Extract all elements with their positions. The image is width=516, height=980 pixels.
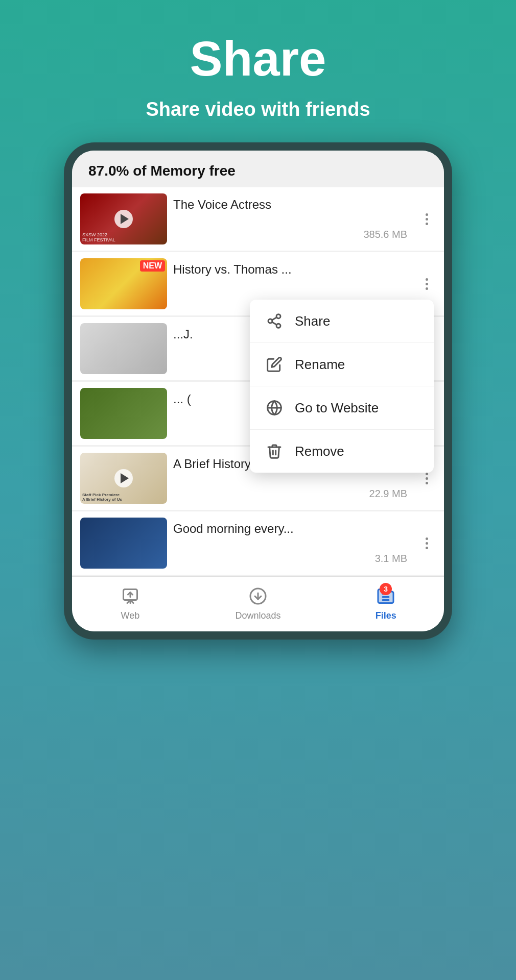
globe-icon [264, 398, 285, 418]
files-icon: 3 [374, 585, 397, 607]
tab-files[interactable]: 3 Files [364, 585, 407, 621]
memory-text: 87.0% of Memory free [88, 163, 236, 179]
share-icon [264, 311, 285, 331]
context-menu-remove-label: Remove [295, 444, 344, 459]
memory-bar: 87.0% of Memory free [72, 151, 444, 187]
context-menu-goto-website[interactable]: Go to Website [250, 386, 434, 430]
tab-downloads[interactable]: Downloads [225, 585, 291, 621]
tab-files-label: Files [376, 610, 396, 621]
context-menu: Share Rename [250, 300, 434, 473]
bottom-navigation: Web Downloads 3 [72, 576, 444, 631]
phone-device: 87.0% of Memory free SXSW 2022FILM FESTI… [64, 142, 452, 640]
context-menu-rename[interactable]: Rename [250, 343, 434, 386]
context-menu-share[interactable]: Share [250, 300, 434, 343]
context-menu-overlay: Share Rename [72, 187, 444, 576]
download-icon [247, 585, 269, 607]
pencil-icon [264, 354, 285, 375]
context-menu-share-label: Share [295, 313, 330, 329]
context-menu-goto-label: Go to Website [295, 400, 379, 416]
svg-line-3 [272, 322, 276, 325]
web-icon [119, 585, 142, 607]
phone-screen: 87.0% of Memory free SXSW 2022FILM FESTI… [72, 151, 444, 631]
tab-web-label: Web [121, 610, 139, 621]
tab-web[interactable]: Web [109, 585, 152, 621]
svg-line-4 [272, 317, 276, 320]
hero-title: Share [146, 31, 370, 87]
hero-subtitle: Share video with friends [146, 97, 370, 122]
context-menu-rename-label: Rename [295, 357, 345, 373]
video-list: SXSW 2022FILM FESTIVAL The Voice Actress… [72, 187, 444, 576]
tab-downloads-label: Downloads [235, 610, 280, 621]
trash-icon [264, 441, 285, 461]
hero-section: Share Share video with friends [125, 0, 390, 142]
context-menu-remove[interactable]: Remove [250, 430, 434, 473]
